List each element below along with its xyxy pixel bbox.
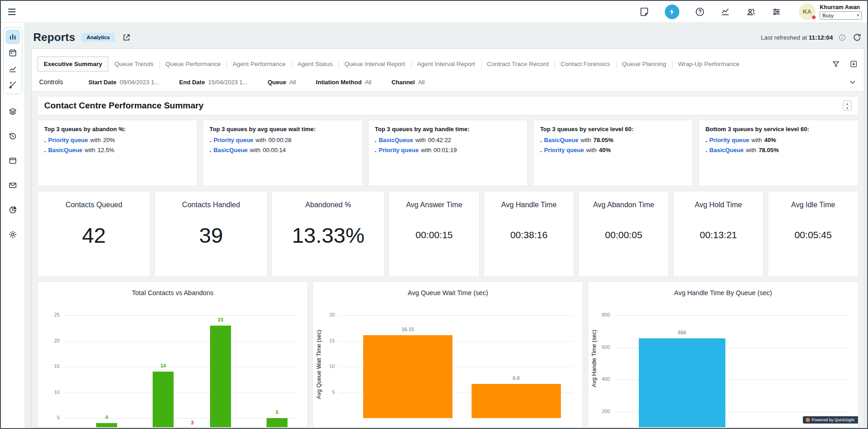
avatar-initials: KA xyxy=(803,8,812,15)
tab-agent-interval-report[interactable]: Agent Interval Report xyxy=(411,57,481,71)
data-label: 14 xyxy=(149,363,177,368)
mail-icon xyxy=(8,181,17,190)
sidebar-item-metrics[interactable] xyxy=(5,61,20,76)
tab-contact-forensics[interactable]: Contact Forensics xyxy=(555,57,616,71)
kpi-row: Contacts Queued 42 Contacts Handled 39 A… xyxy=(37,191,858,277)
data-bar[interactable] xyxy=(472,384,561,418)
with-text: with xyxy=(415,137,426,143)
sidebar-item-designer[interactable] xyxy=(5,77,20,92)
data-bar[interactable] xyxy=(267,418,288,428)
insight-value: 00:00:14 xyxy=(263,147,286,153)
queue-link[interactable]: Priority queue xyxy=(544,147,584,153)
refresh-info-button[interactable] xyxy=(837,33,847,42)
users-button[interactable] xyxy=(745,6,757,18)
sidebar-item-settings[interactable] xyxy=(5,227,20,242)
insight-value: 00:01:19 xyxy=(434,147,457,153)
control-end-date[interactable]: End Date 15/04/2023 1... xyxy=(179,79,247,86)
tab-queue-performance[interactable]: Queue Performance xyxy=(159,57,227,71)
sidebar-item-mail[interactable] xyxy=(5,178,20,193)
queue-link[interactable]: BasicQueue xyxy=(379,137,413,143)
sidebar-item-schedule[interactable] xyxy=(5,46,20,60)
window-icon xyxy=(8,156,17,165)
gridline xyxy=(64,341,298,342)
chart-title: Total Contacts vs Abandons xyxy=(38,289,308,296)
sidebar-item-flows[interactable] xyxy=(5,104,20,119)
insight-title: Bottom 3 queues by service level 60: xyxy=(705,126,852,133)
data-bar[interactable] xyxy=(363,335,452,418)
metrics-button[interactable] xyxy=(719,6,731,18)
bullet: . xyxy=(210,137,211,143)
analytics-badge: Analytics xyxy=(82,33,115,42)
kpi-label: Avg Idle Time xyxy=(791,201,835,209)
queue-link[interactable]: BasicQueue xyxy=(213,147,247,153)
spinner-up-button[interactable]: ▲ xyxy=(843,101,851,106)
quicksight-logo-icon xyxy=(806,418,810,422)
avatar[interactable]: KA xyxy=(799,3,816,20)
tab-agent-status[interactable]: Agent Status xyxy=(292,57,339,71)
insight-card-handle-time: Top 3 queues by avg handle time: .BasicQ… xyxy=(368,120,528,186)
tab-executive-summary[interactable]: Executive Summary xyxy=(37,56,108,72)
refresh-button[interactable] xyxy=(852,32,863,43)
data-bar[interactable] xyxy=(96,423,117,428)
report-panel: Executive Summary Queue Trends Queue Per… xyxy=(31,48,864,428)
kpi-avg-hold-time: Avg Hold Time 00:13:21 xyxy=(673,191,764,277)
assistant-button[interactable] xyxy=(664,4,680,20)
insight-title: Top 3 queues by abandon %: xyxy=(44,126,190,133)
download-icon xyxy=(850,60,858,68)
filter-button[interactable] xyxy=(831,59,841,69)
data-bar[interactable] xyxy=(210,326,231,428)
kpi-avg-handle-time: Avg Handle Time 00:38:16 xyxy=(483,191,574,277)
with-text: with xyxy=(751,137,762,143)
notes-button[interactable] xyxy=(638,6,650,18)
tab-queue-interval-report[interactable]: Queue Interval Report xyxy=(339,57,411,71)
insight-card-top-service-level: Top 3 queues by service level 60: .Basic… xyxy=(533,120,693,186)
control-start-date[interactable]: Start Date 09/04/2023 1... xyxy=(88,79,159,86)
controls-collapse-button[interactable] xyxy=(847,77,858,87)
queue-link[interactable]: Priority queue xyxy=(709,137,749,143)
kpi-value: 00:38:16 xyxy=(510,209,548,261)
queue-link[interactable]: BasicQueue xyxy=(709,147,744,153)
insight-card-wait-time: Top 3 queues by avg queue wait time: .Pr… xyxy=(203,120,363,186)
queue-link[interactable]: BasicQueue xyxy=(48,147,82,153)
with-text: with xyxy=(421,147,431,153)
sidebar-item-workspace[interactable] xyxy=(5,153,20,168)
hamburger-menu-button[interactable] xyxy=(5,5,18,18)
sidebar-item-reports[interactable] xyxy=(5,30,20,44)
history-icon xyxy=(8,132,17,141)
data-label: 23 xyxy=(207,317,234,322)
y-axis-tick: 20 xyxy=(41,338,60,343)
queue-link[interactable]: Priority queue xyxy=(213,137,253,143)
help-button[interactable] xyxy=(694,6,706,18)
queue-link[interactable]: Priority queue xyxy=(379,147,418,153)
control-queue[interactable]: Queue All xyxy=(267,79,296,86)
y-axis-tick: 200 xyxy=(591,409,610,414)
queue-link[interactable]: BasicQueue xyxy=(544,137,578,143)
chart-y-axis-label: Avg Handle Time (sec) xyxy=(591,330,597,387)
control-initiation-method[interactable]: Intiation Method All xyxy=(316,79,371,86)
insight-value: 40% xyxy=(599,147,611,153)
tab-agent-performance[interactable]: Agent Performance xyxy=(226,57,291,71)
data-bar[interactable] xyxy=(153,372,174,428)
section-header: Contact Centre Performance Summary ▲ ▼ xyxy=(37,96,858,115)
tab-wrap-up-performance[interactable]: Wrap-Up Performance xyxy=(672,57,745,71)
open-external-button[interactable] xyxy=(121,32,132,43)
tab-queue-planning[interactable]: Queue Planning xyxy=(616,57,672,71)
tab-contract-trace-record[interactable]: Contract Trace Record xyxy=(481,57,555,71)
tab-queue-trends[interactable]: Queue Trends xyxy=(108,57,159,71)
sidebar-item-history[interactable] xyxy=(5,129,20,143)
powered-by-text: Powered by QuickSight xyxy=(812,418,854,422)
with-text: with xyxy=(580,137,591,143)
settings-sliders-button[interactable] xyxy=(770,6,782,18)
chart-title: Avg Queue Wait Time (sec) xyxy=(313,289,583,296)
data-bar[interactable] xyxy=(639,338,725,428)
status-select[interactable]: Busy ▾ xyxy=(820,11,862,20)
spinner-down-button[interactable]: ▼ xyxy=(843,106,851,110)
insight-item: .Priority queuewith00:00:28 xyxy=(210,137,356,143)
chart-y-axis-label: Avg Queue Wait Time (sec) xyxy=(316,330,322,399)
sidebar-item-dashboards[interactable] xyxy=(5,203,20,217)
queue-link[interactable]: Priority queue xyxy=(48,137,88,143)
control-channel[interactable]: Channel All xyxy=(391,79,425,86)
powered-by-quicksight-badge[interactable]: Powered by QuickSight xyxy=(803,416,858,424)
user-name: Khurram Awan xyxy=(820,4,862,10)
export-button[interactable] xyxy=(849,59,858,69)
